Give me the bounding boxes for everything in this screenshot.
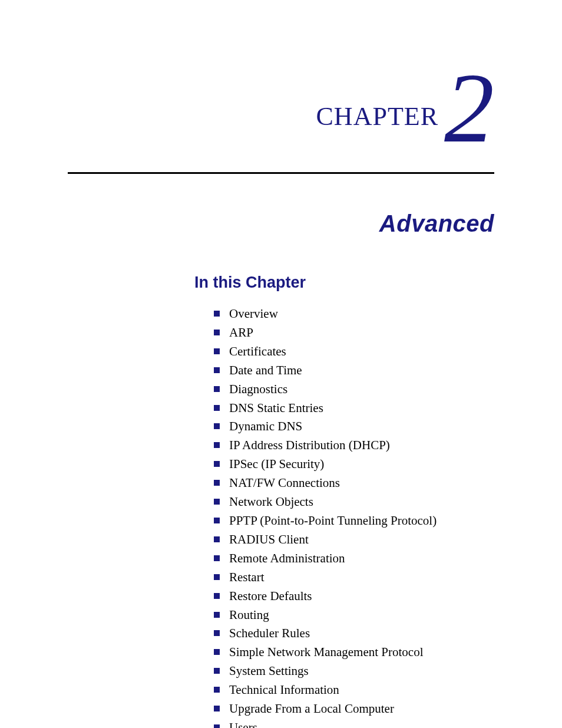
page-content: CHAPTER 2 Advanced In this Chapter Overv… xyxy=(0,0,562,728)
list-item: Routing xyxy=(214,606,494,625)
toc-list: Overview ARP Certificates Date and Time … xyxy=(214,305,494,728)
square-bullet-icon xyxy=(214,555,220,561)
list-item: Network Objects xyxy=(214,493,494,512)
square-bullet-icon xyxy=(214,687,220,693)
list-item: Overview xyxy=(214,305,494,324)
list-item-label: Date and Time xyxy=(229,363,302,377)
list-item-label: IPSec (IP Security) xyxy=(229,457,324,471)
list-item-label: System Settings xyxy=(229,664,309,678)
list-item-label: IP Address Distribution (DHCP) xyxy=(229,438,390,452)
square-bullet-icon xyxy=(214,649,220,655)
square-bullet-icon xyxy=(214,518,220,523)
list-item-label: NAT/FW Connections xyxy=(229,476,340,490)
list-item-label: Restart xyxy=(229,570,264,584)
square-bullet-icon xyxy=(214,405,220,411)
list-item: Users xyxy=(214,719,494,728)
square-bullet-icon xyxy=(214,574,220,580)
list-item: PPTP (Point-to-Point Tunneling Protocol) xyxy=(214,512,494,531)
list-item: IPSec (IP Security) xyxy=(214,455,494,474)
list-item-label: DNS Static Entries xyxy=(229,401,323,415)
square-bullet-icon xyxy=(214,423,220,429)
square-bullet-icon xyxy=(214,330,220,335)
list-item: ARP xyxy=(214,324,494,342)
square-bullet-icon xyxy=(214,706,220,711)
square-bullet-icon xyxy=(214,480,220,486)
chapter-header: CHAPTER 2 xyxy=(68,41,494,141)
list-item-label: RADIUS Client xyxy=(229,532,309,546)
list-item: Upgrade From a Local Computer xyxy=(214,700,494,719)
chapter-divider xyxy=(68,172,494,174)
list-item: Diagnostics xyxy=(214,380,494,399)
list-item: DNS Static Entries xyxy=(214,399,494,418)
list-item-label: Overview xyxy=(229,307,278,321)
list-item: IP Address Distribution (DHCP) xyxy=(214,436,494,455)
list-item: Restore Defaults xyxy=(214,587,494,606)
list-item: Scheduler Rules xyxy=(214,624,494,643)
square-bullet-icon xyxy=(214,630,220,636)
square-bullet-icon xyxy=(214,311,220,317)
list-item-label: Certificates xyxy=(229,344,286,358)
list-item-label: Upgrade From a Local Computer xyxy=(229,701,394,716)
list-item-label: Restore Defaults xyxy=(229,589,312,603)
square-bullet-icon xyxy=(214,612,220,618)
list-item-label: PPTP (Point-to-Point Tunneling Protocol) xyxy=(229,513,437,528)
list-item: Restart xyxy=(214,568,494,587)
list-item: Technical Information xyxy=(214,681,494,700)
list-item: RADIUS Client xyxy=(214,531,494,549)
list-item: Remote Administration xyxy=(214,549,494,568)
chapter-label: CHAPTER xyxy=(316,101,438,131)
square-bullet-icon xyxy=(214,461,220,467)
square-bullet-icon xyxy=(214,724,220,728)
list-item-label: Routing xyxy=(229,608,269,622)
square-bullet-icon xyxy=(214,536,220,542)
list-item: Date and Time xyxy=(214,361,494,380)
square-bullet-icon xyxy=(214,348,220,354)
section-heading: In this Chapter xyxy=(194,274,494,292)
square-bullet-icon xyxy=(214,386,220,392)
list-item: Simple Network Management Protocol xyxy=(214,643,494,662)
list-item-label: Scheduler Rules xyxy=(229,626,310,640)
square-bullet-icon xyxy=(214,367,220,373)
list-item-label: Remote Administration xyxy=(229,551,345,565)
list-item-label: ARP xyxy=(229,325,253,340)
list-item: NAT/FW Connections xyxy=(214,474,494,493)
list-item-label: Technical Information xyxy=(229,683,339,697)
list-item-label: Users xyxy=(229,720,257,728)
chapter-title: Advanced xyxy=(68,210,494,237)
square-bullet-icon xyxy=(214,668,220,674)
square-bullet-icon xyxy=(214,442,220,448)
list-item-label: Simple Network Management Protocol xyxy=(229,645,424,659)
list-item-label: Diagnostics xyxy=(229,382,287,396)
list-item: Dynamic DNS xyxy=(214,417,494,436)
square-bullet-icon xyxy=(214,593,220,599)
list-item: Certificates xyxy=(214,342,494,361)
list-item-label: Dynamic DNS xyxy=(229,419,302,433)
list-item-label: Network Objects xyxy=(229,495,313,509)
chapter-number: 2 xyxy=(444,58,494,158)
square-bullet-icon xyxy=(214,499,220,505)
list-item: System Settings xyxy=(214,662,494,681)
